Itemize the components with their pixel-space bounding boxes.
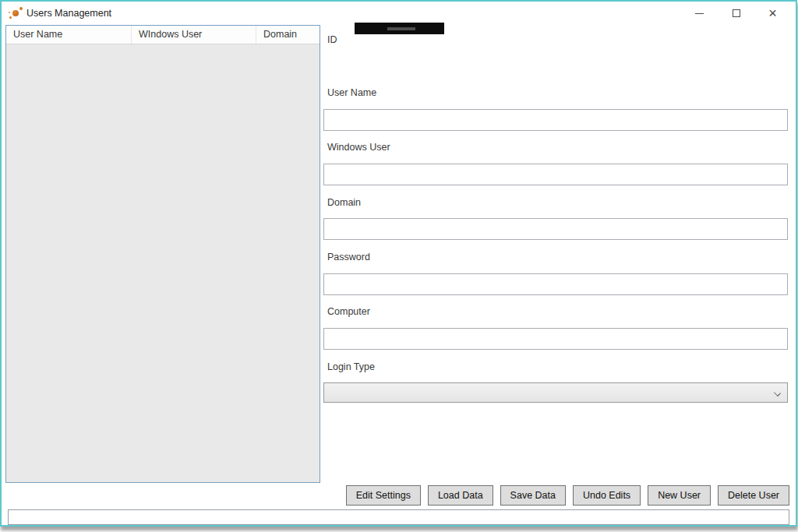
- app-logo-icon: [9, 7, 24, 21]
- column-header-domain[interactable]: Domain: [256, 26, 320, 44]
- login-type-label: Login Type: [327, 361, 375, 372]
- column-header-windows-user[interactable]: WIndows User: [132, 26, 256, 44]
- column-header-user-name[interactable]: User Name: [6, 26, 132, 44]
- computer-field[interactable]: [323, 328, 788, 350]
- status-bar-field[interactable]: [8, 509, 789, 525]
- save-data-button[interactable]: Save Data: [500, 485, 566, 506]
- password-label: Password: [327, 252, 370, 262]
- computer-label: Computer: [327, 306, 370, 317]
- load-data-button[interactable]: Load Data: [428, 485, 493, 506]
- close-button[interactable]: ×: [754, 2, 791, 25]
- new-user-button[interactable]: New User: [648, 485, 711, 506]
- app-window: Users Management × User Name WIndows Use…: [0, 0, 797, 527]
- redaction-dash: [387, 27, 415, 30]
- password-field[interactable]: [323, 273, 788, 295]
- domain-field[interactable]: [323, 218, 788, 240]
- windows-user-label: Windows User: [327, 142, 390, 153]
- user-name-label: User Name: [327, 87, 376, 98]
- users-list-header: User Name WIndows User Domain: [6, 26, 320, 44]
- minimize-icon: [695, 13, 704, 14]
- id-value-redaction-box: [355, 23, 444, 34]
- login-type-dropdown[interactable]: [323, 382, 788, 403]
- action-button-row: Edit Settings Load Data Save Data Undo E…: [346, 485, 789, 506]
- undo-edits-button[interactable]: Undo Edits: [573, 485, 641, 506]
- chevron-down-icon: [774, 389, 781, 396]
- delete-user-button[interactable]: Delete User: [718, 485, 789, 506]
- windows-user-field[interactable]: [323, 164, 788, 185]
- close-icon: ×: [768, 9, 777, 17]
- screen: Users Management × User Name WIndows Use…: [0, 0, 798, 532]
- users-list: User Name WIndows User Domain: [5, 25, 320, 483]
- window-title: Users Management: [26, 8, 111, 19]
- window-controls: ×: [681, 2, 791, 25]
- users-list-body[interactable]: [6, 44, 320, 482]
- user-name-field[interactable]: [323, 109, 788, 131]
- id-label: ID: [327, 34, 337, 45]
- domain-label: Domain: [327, 197, 361, 208]
- edit-settings-button[interactable]: Edit Settings: [346, 485, 421, 506]
- maximize-button[interactable]: [718, 2, 754, 25]
- minimize-button[interactable]: [681, 2, 718, 25]
- maximize-icon: [733, 9, 740, 17]
